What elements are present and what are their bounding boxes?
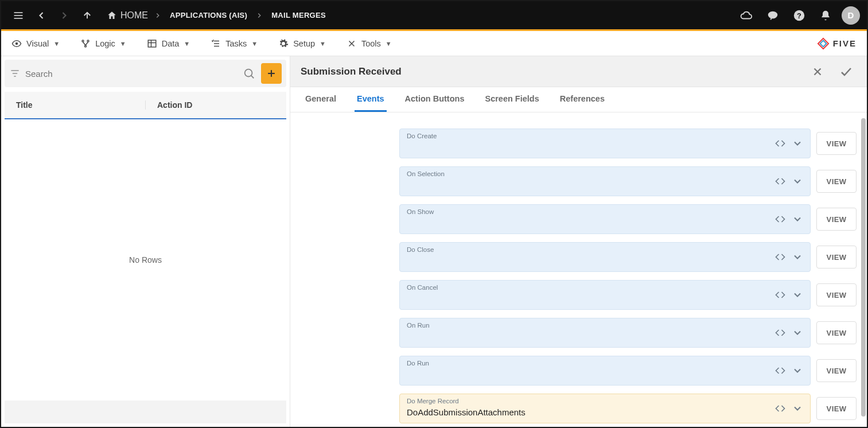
- event-field[interactable]: On Run: [399, 318, 811, 348]
- event-value: DoAddSubmissionAttachments: [407, 407, 526, 417]
- event-row: Do CreateVIEW: [399, 129, 857, 158]
- breadcrumb: HOME APPLICATIONS (AIS) MAIL MERGES: [104, 5, 330, 26]
- breadcrumb-mail[interactable]: MAIL MERGES: [267, 7, 330, 23]
- code-icon[interactable]: [774, 138, 786, 149]
- chevron-down-icon[interactable]: [792, 365, 803, 376]
- chat-icon[interactable]: [762, 5, 783, 26]
- code-icon[interactable]: [774, 289, 786, 301]
- event-label: Do Close: [407, 246, 434, 253]
- chevron-right-icon: [255, 11, 263, 20]
- code-icon[interactable]: [774, 327, 786, 338]
- event-row: On RunVIEW: [399, 318, 857, 348]
- list-panel: Title Action ID No Rows: [1, 56, 290, 427]
- event-label: On Run: [407, 322, 430, 329]
- event-row: On ShowVIEW: [399, 204, 857, 234]
- tabs: General Events Action Buttons Screen Fie…: [290, 87, 867, 112]
- forward-icon: [54, 5, 75, 26]
- event-label: On Show: [407, 208, 434, 215]
- code-icon[interactable]: [774, 213, 786, 225]
- svg-point-8: [82, 40, 84, 42]
- avatar[interactable]: D: [842, 6, 860, 25]
- tab-events[interactable]: Events: [355, 87, 387, 112]
- tab-general[interactable]: General: [303, 87, 338, 112]
- chevron-down-icon[interactable]: [792, 251, 803, 263]
- chevron-down-icon[interactable]: [792, 289, 803, 301]
- event-label: Do Merge Record: [407, 398, 459, 404]
- event-row: Do CloseVIEW: [399, 242, 857, 272]
- up-icon[interactable]: [77, 5, 98, 26]
- chevron-down-icon[interactable]: [792, 176, 803, 187]
- detail-panel: Submission Received General Events Actio…: [290, 56, 867, 427]
- event-label: On Selection: [407, 170, 445, 177]
- view-button[interactable]: VIEW: [816, 170, 857, 193]
- chevron-down-icon[interactable]: [792, 138, 803, 149]
- code-icon[interactable]: [774, 403, 786, 414]
- chevron-down-icon[interactable]: [792, 213, 803, 225]
- event-field[interactable]: Do Create: [399, 129, 811, 158]
- search-icon[interactable]: [243, 67, 255, 80]
- col-title[interactable]: Title: [5, 100, 146, 110]
- menu-visual[interactable]: Visual▼: [11, 38, 60, 49]
- svg-point-7: [15, 42, 18, 45]
- check-icon[interactable]: [836, 61, 857, 82]
- search-input[interactable]: [21, 69, 243, 79]
- event-row: On SelectionVIEW: [399, 166, 857, 196]
- menu-data[interactable]: Data▼: [147, 38, 190, 49]
- bell-icon[interactable]: [815, 5, 836, 26]
- menu-icon[interactable]: [8, 5, 29, 26]
- help-icon[interactable]: ?: [789, 5, 809, 26]
- view-button[interactable]: VIEW: [816, 321, 857, 344]
- detail-header: Submission Received: [290, 56, 867, 87]
- chevron-down-icon[interactable]: [792, 327, 803, 338]
- event-field[interactable]: On Cancel: [399, 280, 811, 310]
- svg-rect-11: [148, 40, 156, 47]
- svg-point-10: [85, 45, 87, 47]
- view-button[interactable]: VIEW: [816, 283, 857, 306]
- breadcrumb-home[interactable]: HOME: [104, 5, 150, 26]
- event-field[interactable]: On Show: [399, 204, 811, 234]
- event-row: On CancelVIEW: [399, 280, 857, 310]
- home-label: HOME: [120, 10, 148, 21]
- event-label: On Cancel: [407, 284, 438, 291]
- tab-references[interactable]: References: [558, 87, 607, 112]
- code-icon[interactable]: [774, 251, 786, 263]
- tab-action-buttons[interactable]: Action Buttons: [403, 87, 467, 112]
- svg-point-4: [768, 11, 778, 18]
- empty-rows-label: No Rows: [5, 119, 286, 400]
- scrollbar[interactable]: [861, 118, 866, 417]
- view-button[interactable]: VIEW: [816, 132, 857, 155]
- menu-setup[interactable]: Setup▼: [278, 38, 326, 49]
- close-icon[interactable]: [807, 61, 828, 82]
- breadcrumb-apps[interactable]: APPLICATIONS (AIS): [165, 7, 252, 23]
- svg-point-22: [245, 69, 252, 77]
- event-field[interactable]: On Selection: [399, 166, 811, 196]
- event-row: Do RunVIEW: [399, 356, 857, 386]
- menubar: Visual▼ Logic▼ Data▼ Tasks▼ Setup▼ Tools…: [1, 31, 867, 56]
- filter-icon[interactable]: [9, 68, 21, 79]
- code-icon[interactable]: [774, 365, 786, 376]
- svg-point-9: [87, 40, 89, 42]
- event-field[interactable]: Do Close: [399, 242, 811, 272]
- menu-logic[interactable]: Logic▼: [80, 38, 126, 49]
- tab-screen-fields[interactable]: Screen Fields: [482, 87, 541, 112]
- topbar: HOME APPLICATIONS (AIS) MAIL MERGES ? D: [1, 1, 867, 31]
- event-field[interactable]: Do Merge RecordDoAddSubmissionAttachment…: [399, 394, 811, 423]
- menu-tasks[interactable]: Tasks▼: [211, 38, 258, 49]
- cloud-icon[interactable]: [736, 5, 757, 26]
- menu-tools[interactable]: Tools▼: [347, 38, 392, 49]
- chevron-right-icon: [154, 11, 162, 20]
- view-button[interactable]: VIEW: [816, 246, 857, 269]
- code-icon[interactable]: [774, 176, 786, 187]
- list-header: Title Action ID: [5, 92, 286, 119]
- events-body: Do CreateVIEWOn SelectionVIEWOn ShowVIEW…: [290, 112, 867, 427]
- page-title: Submission Received: [301, 66, 402, 77]
- view-button[interactable]: VIEW: [816, 208, 857, 231]
- back-icon[interactable]: [31, 5, 52, 26]
- list-footer: [5, 400, 286, 423]
- view-button[interactable]: VIEW: [816, 397, 857, 420]
- view-button[interactable]: VIEW: [816, 359, 857, 382]
- col-action-id[interactable]: Action ID: [146, 100, 286, 110]
- event-field[interactable]: Do Run: [399, 356, 811, 386]
- chevron-down-icon[interactable]: [792, 403, 803, 414]
- add-button[interactable]: [261, 63, 282, 84]
